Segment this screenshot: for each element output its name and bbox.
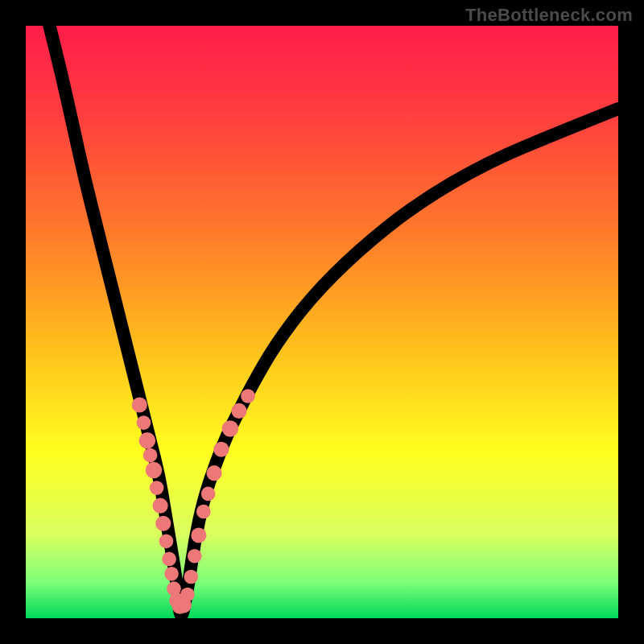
scatter-dot (143, 448, 158, 463)
scatter-dot (164, 567, 179, 581)
scatter-dot (137, 415, 151, 430)
scatter-dot (150, 481, 164, 495)
scatter-dot (155, 516, 171, 531)
scatter-dot (180, 588, 195, 602)
scatter-dot (201, 487, 216, 502)
scatter-dot (184, 570, 199, 584)
scatter-dot (213, 442, 229, 457)
chart-overlay-svg (26, 26, 618, 618)
scatter-dot (139, 432, 156, 449)
scatter-dot (196, 505, 211, 519)
scatter-dot (146, 462, 163, 479)
scatter-dot (132, 397, 147, 412)
scatter-dot (153, 498, 168, 514)
scatter-dot (231, 403, 246, 419)
watermark-text: TheBottleneck.com (465, 5, 633, 26)
scatter-dot (162, 552, 176, 567)
scatter-dot (222, 420, 239, 437)
scatter-dot (191, 527, 206, 543)
plot-area (26, 26, 618, 618)
chart-frame: TheBottleneck.com (0, 0, 644, 644)
bottleneck-curve (49, 26, 618, 615)
scatter-dot (159, 534, 174, 548)
scatter-dot (206, 465, 221, 481)
scatter-dot (188, 549, 202, 564)
scatter-dot (241, 389, 255, 403)
